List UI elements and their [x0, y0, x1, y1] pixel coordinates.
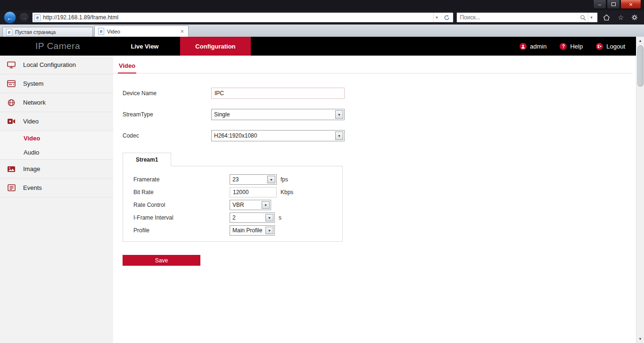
monitor-icon: [7, 61, 16, 69]
help-label: Help: [570, 43, 583, 50]
tab-label: Пустая страница: [15, 29, 89, 35]
search-input[interactable]: [460, 14, 578, 21]
framerate-row: Framerate 23 ▼ fps: [133, 174, 342, 185]
app-logo: IP Camera: [35, 41, 80, 51]
chevron-down-icon: ▼: [265, 214, 273, 221]
stream1-panel: Framerate 23 ▼ fps Bit Rate Kbps: [123, 166, 343, 242]
browser-tab-video[interactable]: e Video ×: [94, 25, 189, 37]
home-icon[interactable]: [601, 14, 612, 21]
iframe-interval-label: I-Frame Interval: [133, 214, 230, 221]
bitrate-input[interactable]: [230, 187, 277, 197]
stream-type-select[interactable]: Single ▼: [211, 109, 345, 120]
address-bar[interactable]: e http://192.168.1.89/frame.html ▼: [32, 12, 454, 23]
tab-video[interactable]: Video: [118, 59, 136, 74]
search-dropdown-icon[interactable]: ▼: [588, 13, 595, 22]
device-name-input[interactable]: [211, 88, 345, 99]
profile-select[interactable]: Main Profile ▼: [230, 225, 275, 236]
stream1-block: Stream1 Framerate 23 ▼ fps Bit Rate: [113, 153, 633, 242]
save-button[interactable]: Save: [123, 255, 200, 266]
sidebar-item-image[interactable]: Image: [0, 160, 113, 179]
select-value: 23: [230, 176, 267, 183]
user-menu[interactable]: admin: [520, 43, 546, 50]
sidebar-item-local-configuration[interactable]: Local Configuration: [0, 56, 113, 74]
browser-tabbar: e Пустая страница e Video ×: [0, 24, 644, 37]
iframe-interval-select[interactable]: 2 ▼: [230, 212, 275, 223]
sidebar-item-network[interactable]: Network: [0, 93, 113, 112]
back-button[interactable]: ←: [4, 11, 16, 24]
settings-gear-icon[interactable]: [629, 14, 640, 21]
sidebar-item-video[interactable]: Video: [0, 112, 113, 131]
bitrate-label: Bit Rate: [133, 189, 230, 196]
tab-close-icon[interactable]: ×: [180, 28, 185, 35]
stream-type-label: StreamType: [123, 111, 211, 118]
select-value: VBR: [230, 202, 262, 208]
events-list-icon: [7, 184, 16, 192]
sidebar-item-system[interactable]: System: [0, 74, 113, 93]
profile-label: Profile: [133, 227, 230, 234]
minimize-button[interactable]: –: [593, 0, 606, 9]
tab-stream1[interactable]: Stream1: [123, 153, 171, 166]
browser-tab-blank-page[interactable]: e Пустая страница: [2, 27, 93, 37]
stream-type-row: StreamType Single ▼: [123, 109, 633, 120]
address-url[interactable]: http://192.168.1.89/frame.html: [43, 14, 431, 21]
favorites-star-icon[interactable]: ☆: [615, 14, 626, 21]
select-value: H264:1920x1080: [212, 132, 335, 139]
forward-button[interactable]: →: [19, 12, 29, 23]
logout-label: Logout: [606, 43, 625, 50]
sidebar-item-events[interactable]: Events: [0, 179, 113, 197]
video-settings-form: Device Name StreamType Single ▼ Codec H2…: [113, 88, 633, 266]
image-icon: [7, 165, 16, 173]
framerate-select[interactable]: 23 ▼: [230, 174, 277, 185]
app-body: Local Configuration System Network Video: [0, 56, 644, 343]
chevron-down-icon: ▼: [335, 131, 343, 140]
page-favicon-icon: e: [98, 28, 104, 35]
sidebar-item-label: Events: [23, 184, 42, 191]
scroll-up-icon[interactable]: ▲: [636, 37, 644, 45]
rate-control-select[interactable]: VBR ▼: [230, 200, 271, 210]
scrollbar-thumb[interactable]: [637, 45, 644, 87]
sidebar-item-label: Video: [23, 118, 39, 125]
profile-row: Profile Main Profile ▼: [133, 225, 342, 236]
device-name-row: Device Name: [123, 88, 633, 99]
scroll-down-icon[interactable]: ▼: [636, 335, 644, 343]
framerate-unit: fps: [281, 176, 288, 183]
logout-link[interactable]: Logout: [596, 43, 625, 50]
chevron-down-icon: ▼: [267, 176, 275, 183]
page-favicon-icon: e: [6, 29, 12, 36]
sidebar-subitem-video[interactable]: Video: [0, 131, 113, 145]
chevron-down-icon: ▼: [335, 110, 343, 119]
vertical-scrollbar[interactable]: ▲ ▼: [636, 37, 644, 343]
select-value: Main Profile: [230, 227, 265, 234]
sidebar-subitem-audio[interactable]: Audio: [0, 145, 113, 159]
tab-label: Video: [107, 29, 177, 34]
ip-camera-app: IP Camera Live View Configuration admin …: [0, 37, 644, 343]
user-name: admin: [530, 43, 546, 50]
maximize-icon: [611, 2, 616, 6]
content-tab-row: Video: [113, 59, 633, 74]
bitrate-unit: Kbps: [281, 189, 293, 196]
search-icon[interactable]: [580, 15, 586, 21]
nav-live-view[interactable]: Live View: [109, 37, 180, 56]
close-button[interactable]: ×: [620, 0, 641, 9]
refresh-icon[interactable]: [442, 15, 451, 21]
browser-navbar: ← → e http://192.168.1.89/frame.html ▼ ▼…: [0, 10, 644, 24]
header-right: admin ? Help Logout: [520, 43, 625, 50]
user-icon: [520, 43, 527, 50]
codec-select[interactable]: H264:1920x1080 ▼: [211, 130, 345, 141]
maximize-button[interactable]: [607, 0, 620, 9]
codec-row: Codec H264:1920x1080 ▼: [123, 130, 633, 141]
help-link[interactable]: ? Help: [560, 43, 583, 50]
globe-icon: [7, 99, 16, 106]
browser-titlebar: – ×: [0, 0, 644, 10]
search-box[interactable]: ▼: [456, 12, 598, 23]
iframe-interval-unit: s: [279, 214, 281, 221]
rate-control-row: Rate Control VBR ▼: [133, 200, 342, 210]
nav-configuration[interactable]: Configuration: [180, 37, 251, 56]
framerate-label: Framerate: [133, 176, 230, 183]
system-icon: [7, 80, 16, 88]
select-value: Single: [212, 111, 335, 118]
address-dropdown-icon[interactable]: ▼: [433, 13, 440, 22]
video-sub-menu: Video Audio: [0, 131, 113, 160]
help-icon: ?: [560, 43, 567, 50]
rate-control-label: Rate Control: [133, 202, 230, 208]
